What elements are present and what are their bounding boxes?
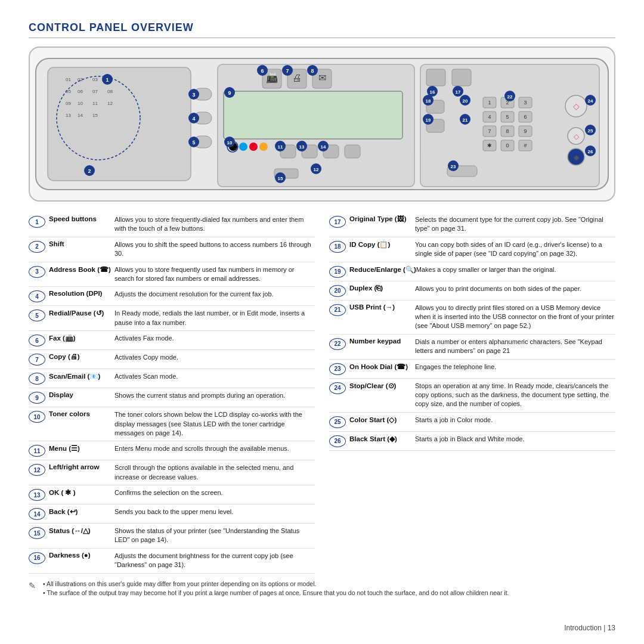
svg-text:6: 6 [524, 114, 527, 120]
legend-row: 12 Left/right arrow Scroll through the o… [29, 460, 315, 485]
svg-point-49 [249, 143, 258, 151]
svg-text:✱: ✱ [487, 143, 492, 148]
svg-text:10: 10 [78, 101, 83, 106]
svg-text:25: 25 [588, 128, 593, 134]
legend-num: 7 [29, 354, 45, 366]
legend-desc: Stops an operation at any time. In Ready… [415, 382, 615, 409]
legend-label: Darkness (●) [49, 552, 114, 559]
legend-row: 1 Speed buttons Allows you to store freq… [29, 212, 315, 237]
svg-text:4: 4 [192, 116, 195, 122]
legend-label: Menu (☰) [49, 444, 114, 453]
legend-num: 26 [329, 435, 346, 447]
legend-num: 12 [29, 464, 45, 476]
legend-desc: Allows you to directly print files store… [415, 304, 615, 331]
svg-text:5: 5 [506, 114, 509, 120]
legend-row: 10 Toner colors The toner colors shown b… [29, 407, 315, 441]
svg-text:◇: ◇ [573, 101, 580, 111]
legend-row: 15 Status (↔/△) Shows the status of your… [29, 524, 315, 549]
legend-desc: Allows you to store frequently used fax … [114, 265, 315, 284]
legend-row: 5 Redial/Pause (↺) In Ready mode, redial… [29, 306, 315, 331]
svg-text:6: 6 [261, 68, 264, 74]
svg-point-50 [259, 143, 268, 151]
legend-label: Left/right arrow [49, 463, 114, 470]
svg-text:15: 15 [278, 176, 283, 181]
legend-num: 23 [329, 363, 346, 375]
legend-desc: Dials a number or enters alphanumeric ch… [415, 338, 615, 356]
legend-label: Display [49, 391, 114, 398]
svg-text:23: 23 [451, 164, 456, 169]
svg-text:06: 06 [78, 89, 83, 94]
legend-col-right: 17 Original Type (🖼) Selects the documen… [329, 212, 615, 574]
svg-text:10: 10 [227, 140, 233, 145]
legend-num: 3 [29, 266, 45, 278]
legend-row: 16 Darkness (●) Adjusts the document bri… [29, 549, 315, 574]
legend-num: 25 [329, 416, 346, 428]
svg-text:13: 13 [299, 144, 305, 150]
svg-text:🖨: 🖨 [292, 73, 302, 83]
svg-text:12: 12 [107, 101, 113, 106]
svg-text:1: 1 [488, 100, 491, 106]
legend-row: 4 Resolution (DPI) Adjusts the document … [29, 287, 315, 306]
legend-label: Redial/Pause (↺) [49, 309, 114, 317]
legend-container: 1 Speed buttons Allows you to store freq… [29, 212, 615, 574]
legend-num: 9 [29, 392, 45, 404]
legend-num: 20 [329, 285, 346, 297]
svg-rect-70 [426, 69, 445, 86]
page-number: Introduction | 13 [564, 624, 615, 632]
legend-label: Shift [49, 240, 114, 247]
legend-row: 19 Reduce/Enlarge (🔍) Makes a copy small… [329, 262, 615, 281]
legend-desc: Activates Copy mode. [114, 353, 315, 362]
svg-text:14: 14 [78, 113, 83, 118]
svg-text:01: 01 [66, 77, 71, 82]
svg-text:3: 3 [524, 100, 527, 106]
legend-desc: The toner colors shown below the LCD dis… [114, 410, 315, 438]
svg-rect-57 [345, 145, 360, 158]
svg-text:17: 17 [456, 89, 461, 95]
svg-text:4: 4 [488, 114, 491, 120]
legend-desc: In Ready mode, redials the last number, … [114, 309, 315, 327]
legend-desc: Makes a copy smaller or larger than the … [416, 265, 615, 274]
svg-text:16: 16 [430, 89, 435, 95]
legend-row: 7 Copy (🖨) Activates Copy mode. [29, 350, 315, 369]
legend-num: 24 [329, 382, 346, 394]
legend-label: Back (↩) [49, 507, 114, 516]
legend-row: 22 Number keypad Dials a number or enter… [329, 335, 615, 360]
legend-label: USB Print (→) [349, 304, 415, 311]
legend-row: 20 Duplex (⎗) Allows you to print docume… [329, 281, 615, 301]
svg-text:8: 8 [506, 128, 509, 134]
legend-desc: Allows you to shift the speed buttons to… [114, 240, 315, 259]
svg-text:9: 9 [524, 128, 527, 134]
legend-row: 6 Fax (📠) Activates Fax mode. [29, 331, 315, 350]
legend-row: 17 Original Type (🖼) Selects the documen… [329, 212, 615, 237]
svg-text:0: 0 [506, 143, 509, 148]
legend-label: Color Start (◇) [349, 416, 415, 424]
legend-desc: Activates Fax mode. [114, 334, 315, 343]
legend-num: 21 [329, 304, 346, 316]
svg-text:07: 07 [92, 89, 98, 94]
svg-text:5: 5 [192, 140, 195, 145]
legend-num: 11 [29, 445, 45, 457]
svg-text:03: 03 [92, 77, 98, 82]
svg-text:24: 24 [588, 98, 593, 104]
legend-num: 17 [329, 216, 346, 228]
legend-desc: Shows the current status and prompts dur… [114, 391, 315, 400]
svg-text:13: 13 [66, 113, 71, 118]
svg-text:3: 3 [192, 92, 195, 98]
legend-row: 8 Scan/Email (📧) Activates Scan mode. [29, 369, 315, 388]
legend-desc: Starts a job in Black and White mode. [415, 435, 615, 444]
legend-desc: Scroll through the options available in … [114, 463, 315, 482]
svg-text:7: 7 [286, 68, 289, 74]
legend-num: 13 [29, 489, 45, 501]
svg-text:26: 26 [588, 149, 593, 154]
legend-desc: Engages the telephone line. [415, 363, 615, 371]
legend-num: 10 [29, 411, 45, 423]
legend-row: 23 On Hook Dial (☎) Engages the telephon… [329, 360, 615, 379]
legend-desc: Starts a job in Color mode. [415, 416, 615, 425]
legend-label: Black Start (◆) [349, 435, 415, 443]
legend-row: 26 Black Start (◆) Starts a job in Black… [329, 432, 615, 451]
legend-row: 25 Color Start (◇) Starts a job in Color… [329, 413, 615, 432]
legend-label: ID Copy (📋) [349, 240, 415, 249]
legend-col-left: 1 Speed buttons Allows you to store freq… [29, 212, 315, 574]
svg-rect-44 [224, 91, 402, 139]
legend-desc: Shows the status of your printer (see "U… [114, 527, 315, 545]
